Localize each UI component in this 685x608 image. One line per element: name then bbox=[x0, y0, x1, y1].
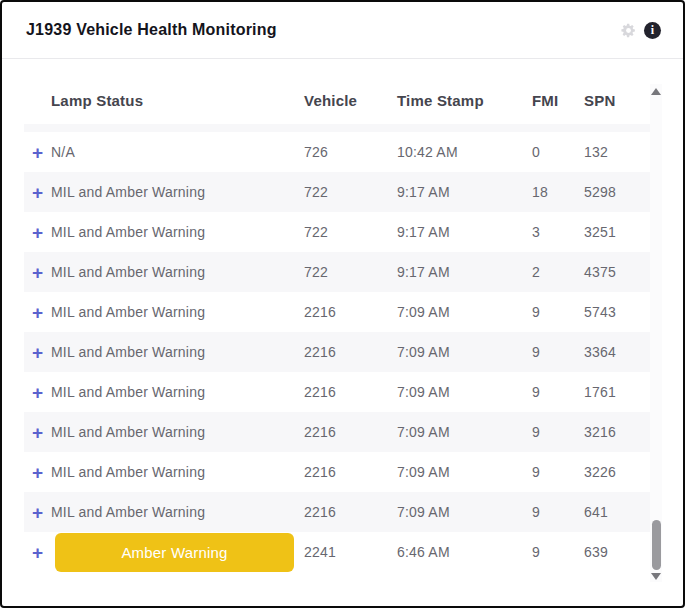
fmi-cell: 9 bbox=[532, 384, 584, 400]
column-header-vehicle: Vehicle bbox=[304, 92, 397, 109]
lamp-status-cell: MIL and Amber Warning bbox=[51, 464, 304, 480]
table-row: + MIL and Amber Warning 2216 7:09 AM 9 6… bbox=[24, 492, 650, 532]
spn-cell: 3216 bbox=[584, 424, 650, 440]
scroll-down-icon[interactable] bbox=[651, 573, 661, 580]
vehicle-cell: 2216 bbox=[304, 304, 397, 320]
vehicle-cell: 722 bbox=[304, 184, 397, 200]
vehicle-cell: 726 bbox=[304, 144, 397, 160]
fmi-cell: 9 bbox=[532, 504, 584, 520]
expand-plus-icon[interactable]: + bbox=[24, 543, 51, 562]
partial-scrolled-row bbox=[24, 124, 650, 132]
titlebar-icons: i bbox=[620, 22, 661, 39]
expand-plus-icon[interactable]: + bbox=[24, 503, 51, 522]
table-row: + N/A 726 10:42 AM 0 132 bbox=[24, 132, 650, 172]
table-row: + MIL and Amber Warning 2216 7:09 AM 9 1… bbox=[24, 372, 650, 412]
fmi-cell: 3 bbox=[532, 224, 584, 240]
vehicle-cell: 722 bbox=[304, 224, 397, 240]
vehicle-cell: 2216 bbox=[304, 424, 397, 440]
vehicle-cell: 2216 bbox=[304, 344, 397, 360]
lamp-status-cell: MIL and Amber Warning bbox=[51, 384, 304, 400]
spn-cell: 639 bbox=[584, 544, 650, 560]
column-header-time-stamp: Time Stamp bbox=[397, 92, 532, 109]
vehicle-health-table: Lamp Status Vehicle Time Stamp FMI SPN +… bbox=[24, 77, 650, 572]
timestamp-cell: 7:09 AM bbox=[397, 304, 532, 320]
timestamp-cell: 7:09 AM bbox=[397, 424, 532, 440]
timestamp-cell: 7:09 AM bbox=[397, 504, 532, 520]
spn-cell: 641 bbox=[584, 504, 650, 520]
fmi-cell: 9 bbox=[532, 464, 584, 480]
fmi-cell: 0 bbox=[532, 144, 584, 160]
spn-cell: 5298 bbox=[584, 184, 650, 200]
timestamp-cell: 7:09 AM bbox=[397, 384, 532, 400]
expand-plus-icon[interactable]: + bbox=[24, 343, 51, 362]
expand-plus-icon[interactable]: + bbox=[24, 423, 51, 442]
fmi-cell: 9 bbox=[532, 424, 584, 440]
table-row: + MIL and Amber Warning 2216 7:09 AM 9 3… bbox=[24, 332, 650, 372]
column-header-fmi: FMI bbox=[532, 92, 584, 109]
table-row: + MIL and Amber Warning 2216 7:09 AM 9 5… bbox=[24, 292, 650, 332]
timestamp-cell: 9:17 AM bbox=[397, 224, 532, 240]
timestamp-cell: 7:09 AM bbox=[397, 344, 532, 360]
fmi-cell: 9 bbox=[532, 304, 584, 320]
lamp-status-cell: MIL and Amber Warning bbox=[51, 424, 304, 440]
vehicle-cell: 2216 bbox=[304, 504, 397, 520]
timestamp-cell: 10:42 AM bbox=[397, 144, 532, 160]
scroll-up-icon[interactable] bbox=[651, 88, 661, 95]
info-icon[interactable]: i bbox=[644, 22, 661, 39]
timestamp-cell: 9:17 AM bbox=[397, 184, 532, 200]
vertical-scrollbar[interactable] bbox=[650, 84, 662, 582]
column-header-lamp-status: Lamp Status bbox=[51, 92, 304, 109]
table-row: + MIL and Amber Warning 2216 7:09 AM 9 3… bbox=[24, 412, 650, 452]
table-row: + MIL and Amber Warning 722 9:17 AM 2 43… bbox=[24, 252, 650, 292]
table-row: + MIL and Amber Warning 722 9:17 AM 18 5… bbox=[24, 172, 650, 212]
fmi-cell: 9 bbox=[532, 544, 584, 560]
expand-plus-icon[interactable]: + bbox=[24, 183, 51, 202]
widget-title: J1939 Vehicle Health Monitoring bbox=[26, 21, 277, 39]
settings-gear-icon[interactable] bbox=[620, 22, 637, 39]
table-row: + MIL and Amber Warning 722 9:17 AM 3 32… bbox=[24, 212, 650, 252]
expand-plus-icon[interactable]: + bbox=[24, 143, 51, 162]
spn-cell: 3226 bbox=[584, 464, 650, 480]
expand-plus-icon[interactable]: + bbox=[24, 383, 51, 402]
fmi-cell: 18 bbox=[532, 184, 584, 200]
lamp-status-cell: MIL and Amber Warning bbox=[51, 344, 304, 360]
vehicle-cell: 2216 bbox=[304, 464, 397, 480]
expand-plus-icon[interactable]: + bbox=[24, 303, 51, 322]
vehicle-cell: 722 bbox=[304, 264, 397, 280]
table-body: + N/A 726 10:42 AM 0 132 + MIL and Amber… bbox=[24, 132, 650, 572]
spn-cell: 5743 bbox=[584, 304, 650, 320]
expand-plus-icon[interactable]: + bbox=[24, 463, 51, 482]
scrollbar-thumb[interactable] bbox=[652, 520, 661, 570]
widget-titlebar: J1939 Vehicle Health Monitoring i bbox=[2, 2, 683, 59]
table-row: + MIL and Amber Warning 2216 7:09 AM 9 3… bbox=[24, 452, 650, 492]
vehicle-cell: 2241 bbox=[304, 544, 397, 560]
timestamp-cell: 9:17 AM bbox=[397, 264, 532, 280]
expand-plus-icon[interactable]: + bbox=[24, 263, 51, 282]
lamp-status-cell: N/A bbox=[51, 144, 304, 160]
table-header-row: Lamp Status Vehicle Time Stamp FMI SPN bbox=[24, 77, 650, 124]
amber-warning-button[interactable]: Amber Warning bbox=[55, 533, 294, 572]
column-header-spn: SPN bbox=[584, 92, 650, 109]
fmi-cell: 9 bbox=[532, 344, 584, 360]
spn-cell: 1761 bbox=[584, 384, 650, 400]
fmi-cell: 2 bbox=[532, 264, 584, 280]
lamp-status-cell: MIL and Amber Warning bbox=[51, 304, 304, 320]
lamp-status-cell: MIL and Amber Warning bbox=[51, 224, 304, 240]
spn-cell: 4375 bbox=[584, 264, 650, 280]
vehicle-cell: 2216 bbox=[304, 384, 397, 400]
timestamp-cell: 7:09 AM bbox=[397, 464, 532, 480]
spn-cell: 3251 bbox=[584, 224, 650, 240]
spn-cell: 3364 bbox=[584, 344, 650, 360]
expand-plus-icon[interactable]: + bbox=[24, 223, 51, 242]
lamp-status-cell: MIL and Amber Warning bbox=[51, 184, 304, 200]
timestamp-cell: 6:46 AM bbox=[397, 544, 532, 560]
table-row: + Amber Warning 2241 6:46 AM 9 639 bbox=[24, 532, 650, 572]
lamp-status-cell: MIL and Amber Warning bbox=[51, 264, 304, 280]
spn-cell: 132 bbox=[584, 144, 650, 160]
lamp-status-cell: MIL and Amber Warning bbox=[51, 504, 304, 520]
